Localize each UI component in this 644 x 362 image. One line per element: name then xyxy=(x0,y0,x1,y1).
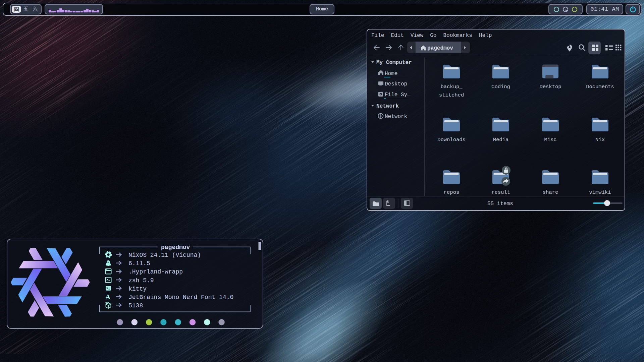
svg-text:A: A xyxy=(105,293,111,301)
svg-text:Desktop: Desktop xyxy=(385,81,407,87)
svg-text:NixOS 24.11 (Vicuna): NixOS 24.11 (Vicuna) xyxy=(128,252,201,258)
svg-text:JetBrains Mono Nerd Font 14.0: JetBrains Mono Nerd Font 14.0 xyxy=(128,294,233,301)
svg-text:kitty: kitty xyxy=(128,286,147,292)
svg-text:pagedmov: pagedmov xyxy=(161,244,190,251)
svg-text:pagedmov: pagedmov xyxy=(427,45,453,51)
svg-text:zsh 5.9: zsh 5.9 xyxy=(128,277,154,284)
svg-text:.Hyprland-wrapp: .Hyprland-wrapp xyxy=(128,268,183,275)
svg-text:File Sy…: File Sy… xyxy=(385,92,411,98)
svg-text:Home: Home xyxy=(385,71,397,77)
svg-text:Network: Network xyxy=(376,103,399,109)
svg-text:5138: 5138 xyxy=(128,302,143,309)
svg-text:55 items: 55 items xyxy=(487,201,513,207)
svg-text:Network: Network xyxy=(385,114,407,120)
svg-text:My Computer: My Computer xyxy=(376,60,412,66)
svg-text:6.11.5: 6.11.5 xyxy=(128,260,150,267)
